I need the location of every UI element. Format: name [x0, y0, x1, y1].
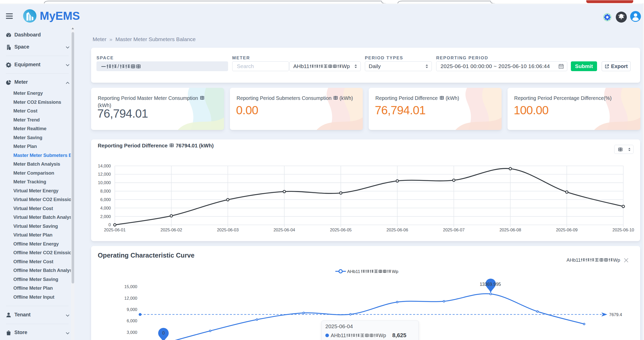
svg-text:2025-06-10: 2025-06-10	[612, 228, 634, 232]
svg-text:6,000: 6,000	[100, 197, 111, 202]
svg-text:0: 0	[109, 222, 111, 227]
svg-text:7679.4: 7679.4	[609, 312, 622, 317]
svg-text:2025-06-02: 2025-06-02	[160, 228, 182, 232]
svg-text:0: 0	[162, 330, 165, 336]
svg-text:2025-06-05: 2025-06-05	[330, 228, 352, 232]
svg-text:9,000: 9,000	[127, 307, 137, 312]
svg-text:8,000: 8,000	[100, 189, 111, 193]
svg-text:AHb11: AHb11	[347, 269, 360, 274]
svg-text:14,000: 14,000	[98, 164, 111, 168]
svg-text:2025-06-04: 2025-06-04	[274, 228, 295, 232]
svg-text:2025-06-01: 2025-06-01	[104, 228, 125, 232]
svg-text:2025-06-06: 2025-06-06	[386, 228, 408, 232]
svg-text:13369.995: 13369.995	[480, 282, 501, 287]
svg-text:10,000: 10,000	[98, 180, 111, 185]
svg-text:2,000: 2,000	[100, 214, 111, 219]
svg-text:12,000: 12,000	[98, 172, 111, 176]
svg-text:2025-06-09: 2025-06-09	[556, 228, 578, 232]
svg-text:2025-06-08: 2025-06-08	[500, 228, 521, 232]
svg-text:2025-06-03: 2025-06-03	[217, 228, 239, 232]
svg-text:12,000: 12,000	[124, 296, 137, 300]
svg-text:6,000: 6,000	[127, 318, 137, 323]
svg-text:3,000: 3,000	[127, 330, 137, 335]
svg-text:2025-06-07: 2025-06-07	[443, 228, 464, 232]
svg-text:15,000: 15,000	[124, 284, 137, 289]
svg-text:4,000: 4,000	[100, 206, 111, 210]
